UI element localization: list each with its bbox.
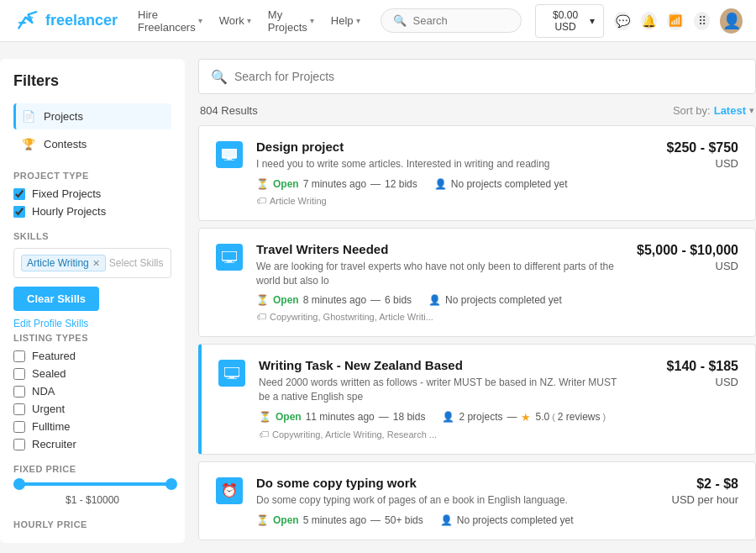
wifi-icon[interactable]: 📶 (667, 12, 683, 30)
hourly-projects-checkbox-row[interactable]: Hourly Projects (13, 205, 171, 218)
project-search-input[interactable] (234, 60, 743, 93)
project-title-2: Travel Writers Needed (256, 242, 623, 256)
logo[interactable]: freelancer (13, 9, 118, 33)
project-body-1: Design project I need you to write some … (256, 140, 624, 207)
edit-profile-link[interactable]: Edit Profile Skills (13, 318, 171, 329)
navbar: freelancer Hire Freelancers ▾ Work ▾ My … (0, 0, 756, 42)
project-desc-2: We are looking for travel experts who ha… (256, 260, 623, 288)
hourly-projects-checkbox[interactable] (13, 206, 25, 218)
sidebar-nav: 📄 Projects 🏆 Contests (13, 103, 171, 157)
svg-rect-4 (222, 251, 237, 261)
avatar[interactable]: 👤 (720, 8, 743, 34)
sealed-checkbox[interactable] (13, 368, 25, 380)
person-icon-3: 👤 (442, 411, 454, 423)
nav-hire-chevron-icon: ▾ (198, 16, 202, 25)
hourglass-icon-1: ⏳ (256, 178, 269, 190)
hourly-price-title: Hourly Price (13, 519, 171, 529)
nav-projects-chevron-icon: ▾ (310, 16, 314, 25)
star-icon-3: ★ (521, 411, 531, 424)
project-card-3[interactable]: Writing Task - New Zealand Based Need 20… (198, 344, 756, 455)
project-price-2: $5,000 - $10,000 USD (637, 242, 738, 324)
project-title-3: Writing Task - New Zealand Based (259, 358, 624, 372)
skill-tag-remove-icon[interactable]: ✕ (92, 258, 100, 269)
project-body-3: Writing Task - New Zealand Based Need 20… (259, 358, 624, 440)
hourglass-icon-4: ⏳ (256, 514, 269, 526)
price-range-thumb-right[interactable] (165, 478, 177, 490)
hourglass-icon-3: ⏳ (259, 411, 271, 423)
project-price-4: $2 - $8 USD per hour (638, 476, 738, 526)
nda-checkbox-row[interactable]: NDA (13, 385, 171, 398)
sealed-checkbox-row[interactable]: Sealed (13, 367, 171, 380)
clear-skills-button[interactable]: Clear Skills (13, 287, 99, 311)
project-desc-3: Need 2000 words written as follows - wri… (259, 376, 624, 404)
sidebar-item-projects[interactable]: 📄 Projects (13, 103, 171, 129)
projects-icon: 📄 (22, 110, 35, 123)
main-content: 🔍 804 Results Sort by: Latest ▾ Design p… (185, 59, 756, 547)
project-types: Fixed Projects Hourly Projects (13, 187, 171, 218)
project-owner-1: 👤 No projects completed yet (434, 178, 568, 190)
page-layout: Filters 📄 Projects 🏆 Contests Project Ty… (0, 42, 756, 553)
logo-text: freelancer (45, 12, 118, 29)
navbar-search-input[interactable] (413, 14, 509, 27)
svg-rect-7 (224, 367, 239, 377)
svg-rect-5 (227, 261, 232, 262)
nav-work[interactable]: Work ▾ (213, 11, 258, 30)
nav-hire-freelancers[interactable]: Hire Freelancers ▾ (131, 5, 209, 37)
results-count: 804 Results (200, 104, 258, 117)
star-rating-3: 5.0 (2 reviews) (535, 411, 606, 423)
urgent-checkbox-row[interactable]: Urgent (13, 403, 171, 415)
project-body-2: Travel Writers Needed We are looking for… (256, 242, 623, 324)
project-card-2[interactable]: Travel Writers Needed We are looking for… (198, 228, 756, 338)
skill-tag-article-writing: Article Writing ✕ (21, 255, 106, 271)
project-card-1[interactable]: Design project I need you to write some … (198, 125, 756, 221)
project-desc-4: Do some copy typing work of pages of an … (256, 493, 624, 508)
project-type-title: Project Type (13, 171, 171, 181)
nav-my-projects[interactable]: My Projects ▾ (261, 5, 321, 37)
project-status-1: ⏳ Open 7 minutes ago — 12 bids (256, 178, 417, 190)
fixed-price-section: Fixed Price $1 - $10000 (13, 464, 171, 506)
fixed-projects-checkbox-row[interactable]: Fixed Projects (13, 187, 171, 200)
nda-checkbox[interactable] (13, 386, 25, 398)
nav-work-chevron-icon: ▾ (247, 16, 251, 25)
project-title-1: Design project (256, 140, 624, 154)
sort-by-control[interactable]: Sort by: Latest ▾ (673, 104, 754, 117)
skills-title: Skills (13, 231, 171, 241)
nav-help[interactable]: Help ▾ (324, 11, 367, 30)
sort-by-label: Sort by: (673, 104, 711, 117)
price-range-track[interactable] (13, 482, 171, 486)
listing-types: Featured Sealed NDA Urgent Fulltime Recr… (13, 350, 171, 450)
fixed-price-title: Fixed Price (13, 464, 171, 474)
fulltime-checkbox-row[interactable]: Fulltime (13, 420, 171, 433)
balance-button[interactable]: $0.00 USD ▾ (535, 4, 605, 38)
fixed-price-range-label: $1 - $10000 (13, 494, 171, 506)
grid-icon[interactable]: ⠿ (694, 12, 710, 30)
svg-rect-3 (224, 160, 234, 161)
tag-icon-1: 🏷 (256, 195, 266, 207)
navbar-search-icon: 🔍 (393, 14, 407, 27)
skills-input[interactable]: Article Writing ✕ Select Skills (13, 248, 171, 278)
featured-checkbox[interactable] (13, 350, 25, 362)
urgent-checkbox[interactable] (13, 403, 25, 415)
svg-rect-6 (224, 262, 234, 263)
project-owner-2: 👤 No projects completed yet (428, 294, 562, 306)
fixed-projects-checkbox[interactable] (13, 188, 25, 200)
project-icon-2 (216, 244, 243, 271)
sidebar-item-contests[interactable]: 🏆 Contests (13, 131, 171, 157)
price-range-fill (13, 482, 171, 486)
recruiter-checkbox[interactable] (13, 439, 25, 450)
tag-icon-3: 🏷 (259, 429, 269, 440)
project-meta-2: ⏳ Open 8 minutes ago — 6 bids 👤 No proje… (256, 294, 623, 306)
sidebar-title: Filters (13, 72, 171, 90)
fulltime-checkbox[interactable] (13, 421, 25, 433)
price-range-thumb-left[interactable] (13, 478, 25, 490)
person-icon-1: 👤 (434, 178, 447, 190)
project-card-4[interactable]: ⏰ Do some copy typing work Do some copy … (198, 461, 756, 540)
featured-checkbox-row[interactable]: Featured (13, 350, 171, 362)
navbar-links: Hire Freelancers ▾ Work ▾ My Projects ▾ … (131, 5, 366, 37)
review-count-3: ( (552, 412, 555, 422)
recruiter-checkbox-row[interactable]: Recruiter (13, 438, 171, 450)
messages-icon[interactable]: 💬 (614, 12, 630, 30)
navbar-search[interactable]: 🔍 (381, 8, 522, 33)
project-search-bar[interactable]: 🔍 (198, 59, 756, 94)
notifications-icon[interactable]: 🔔 (641, 12, 657, 30)
